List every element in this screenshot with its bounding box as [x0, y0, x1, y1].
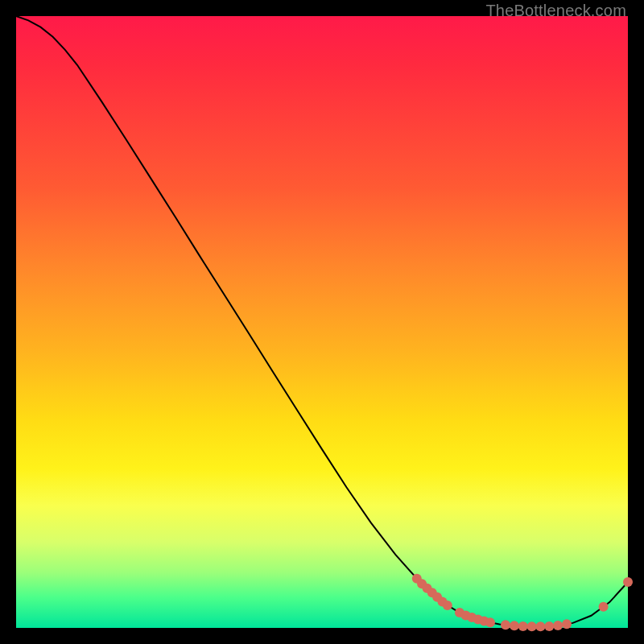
- bottleneck-curve: [16, 16, 628, 627]
- data-dot: [562, 619, 572, 629]
- chart-container: TheBottleneck.com: [0, 0, 644, 644]
- data-dot: [501, 620, 510, 630]
- chart-overlay: [16, 16, 628, 628]
- data-dot: [518, 621, 528, 631]
- data-dot: [443, 601, 452, 610]
- data-dot: [527, 621, 537, 631]
- data-dot: [599, 602, 609, 612]
- data-dots: [412, 574, 633, 632]
- data-dot: [544, 621, 554, 631]
- data-dot: [485, 617, 495, 627]
- data-dot: [623, 577, 633, 587]
- plot-area: [16, 16, 628, 628]
- data-dot: [553, 621, 563, 630]
- data-dot: [535, 621, 545, 631]
- data-dot: [510, 621, 519, 630]
- attribution-watermark: TheBottleneck.com: [485, 2, 626, 20]
